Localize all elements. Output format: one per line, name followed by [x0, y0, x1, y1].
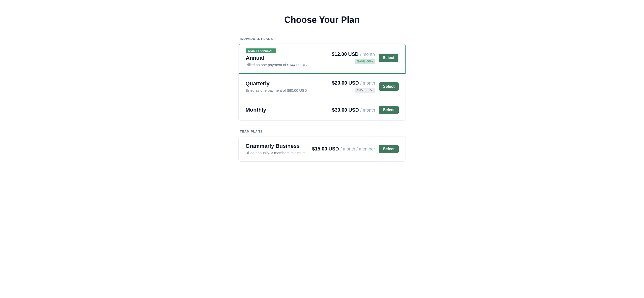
plan-annual: MOST POPULAR Annual Billed as one paymen… — [238, 43, 406, 74]
plan-business-left: Grammarly Business Billed annually. 3 me… — [246, 143, 308, 155]
plan-annual-left: MOST POPULAR Annual Billed as one paymen… — [246, 48, 328, 67]
plan-business-subtext: Billed annually. 3 members minimum. — [246, 151, 308, 155]
plan-annual-name: Annual — [246, 55, 328, 61]
plan-annual-select-button[interactable]: Select — [379, 54, 398, 62]
plan-annual-price-suffix: / month — [360, 52, 375, 57]
plan-business-select-button[interactable]: Select — [379, 145, 398, 153]
plan-business-pricing: $15.00 USD / month / member — [312, 146, 375, 152]
page-title: Choose Your Plan — [238, 15, 406, 25]
plan-business: Grammarly Business Billed annually. 3 me… — [239, 136, 406, 161]
individual-plans-label: INDIVIDUAL PLANS — [238, 37, 406, 40]
individual-plan-group: MOST POPULAR Annual Billed as one paymen… — [238, 43, 406, 121]
plan-business-price-suffix: / month / member — [340, 147, 375, 152]
plan-quarterly-price-suffix: / month — [360, 81, 375, 86]
plan-monthly-price-suffix: / month — [360, 108, 375, 113]
team-section: TEAM PLANS Grammarly Business Billed ann… — [238, 130, 406, 162]
plan-quarterly: Quarterly Billed as one payment of $60.0… — [239, 74, 406, 99]
plan-annual-pricing: $12.00 USD / month SAVE 60% — [332, 51, 375, 64]
plan-quarterly-pricing: $20.00 USD / month SAVE 33% — [332, 80, 375, 93]
plan-monthly-price: $30.00 USD — [332, 107, 359, 113]
plan-monthly-name: Monthly — [246, 107, 328, 113]
team-plan-group: Grammarly Business Billed annually. 3 me… — [238, 136, 406, 162]
plan-annual-price: $12.00 USD — [332, 51, 358, 57]
plan-monthly-select-button[interactable]: Select — [379, 106, 398, 114]
most-popular-badge: MOST POPULAR — [246, 48, 276, 53]
plan-annual-subtext: Billed as one payment of $144.00 USD — [246, 63, 328, 67]
plan-business-name: Grammarly Business — [246, 143, 308, 149]
plan-quarterly-name: Quarterly — [246, 80, 328, 87]
plan-quarterly-subtext: Billed as one payment of $60.00 USD — [246, 88, 328, 92]
plan-quarterly-price: $20.00 USD — [332, 80, 359, 86]
plan-quarterly-save-badge: SAVE 33% — [355, 88, 375, 93]
plan-monthly-pricing: $30.00 USD / month — [332, 107, 375, 113]
plan-monthly: Monthly $30.00 USD / month Select — [239, 99, 406, 120]
plan-quarterly-select-button[interactable]: Select — [379, 82, 398, 91]
plan-annual-save-badge: SAVE 60% — [355, 59, 375, 64]
team-plans-label: TEAM PLANS — [238, 130, 406, 133]
plan-business-price: $15.00 USD — [312, 146, 339, 152]
plan-quarterly-left: Quarterly Billed as one payment of $60.0… — [246, 80, 328, 92]
individual-section: INDIVIDUAL PLANS MOST POPULAR Annual Bil… — [238, 37, 406, 121]
plan-monthly-left: Monthly — [246, 107, 328, 113]
